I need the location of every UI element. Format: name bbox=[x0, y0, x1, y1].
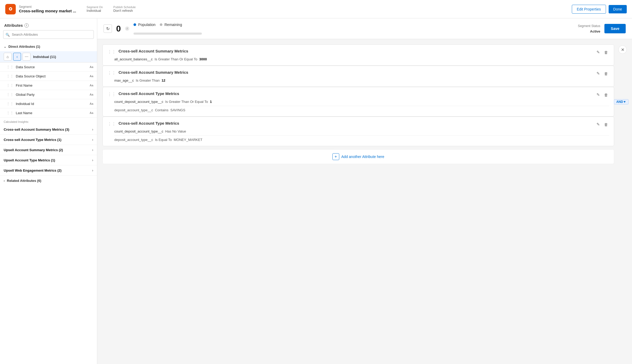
segment-label: Segment bbox=[19, 5, 76, 9]
attribute-item[interactable]: ⋮⋮ Last Name Aa bbox=[0, 108, 97, 118]
direct-attributes-section[interactable]: ⌄ Direct Attributes (1) bbox=[0, 42, 97, 51]
remaining-legend: Remaining bbox=[160, 23, 182, 27]
delete-rule-button[interactable]: 🗑 bbox=[603, 92, 609, 98]
calc-insights-list: Cross-sell Account Summary Metrics (3) ›… bbox=[0, 124, 97, 176]
rule-condition: count_deposit_account_type__c Has No Val… bbox=[114, 129, 609, 133]
calc-insight-item[interactable]: Cross-sell Account Summary Metrics (3) › bbox=[0, 124, 97, 135]
calc-item-label: Upsell Account Type Metrics (1) bbox=[4, 158, 55, 162]
edit-rule-button[interactable]: ✎ bbox=[595, 49, 601, 56]
population-info-icon[interactable]: i bbox=[125, 27, 129, 31]
rules-list: ⋮⋮ Cross-sell Account Summary Metrics ✎ … bbox=[102, 44, 614, 146]
calc-item-label: Cross-sell Account Summary Metrics (3) bbox=[4, 128, 69, 131]
calc-insight-item[interactable]: Upsell Account Summary Metrics (2) › bbox=[0, 145, 97, 155]
delete-rule-button[interactable]: 🗑 bbox=[603, 49, 609, 56]
delete-rule-button[interactable]: 🗑 bbox=[603, 121, 609, 128]
attributes-header: Attributes i bbox=[0, 18, 97, 30]
attributes-info-icon[interactable]: i bbox=[24, 23, 29, 28]
attr-type-icon: Aa bbox=[90, 84, 93, 87]
attribute-list: ⋮⋮ Data Source Aa ⋮⋮ Data Source Object … bbox=[0, 62, 97, 118]
population-dot bbox=[133, 23, 136, 26]
delete-rule-button[interactable]: 🗑 bbox=[603, 70, 609, 77]
attr-type-icon: Aa bbox=[90, 93, 93, 96]
direct-chevron-down-icon: ⌄ bbox=[4, 45, 6, 49]
calc-item-label: Upsell Account Summary Metrics (2) bbox=[4, 148, 63, 152]
attr-name: Data Source bbox=[16, 65, 90, 69]
attr-name: First Name bbox=[16, 83, 90, 87]
population-legend: Population bbox=[133, 23, 156, 27]
search-icon: 🔍 bbox=[6, 33, 10, 36]
individual-nav-row: ⌂ ‹ ⋯ Individual (11) bbox=[0, 51, 97, 62]
publish-label: Publish Schedule bbox=[113, 6, 136, 9]
attr-type-icon: Aa bbox=[90, 75, 93, 78]
drag-handle-icon: ⋮⋮ bbox=[6, 111, 14, 115]
calc-insight-item[interactable]: Cross-sell Account Type Metrics (1) › bbox=[0, 135, 97, 145]
rule-card-header: ⋮⋮ Cross-sell Account Type Metrics ✎ 🗑 bbox=[107, 121, 609, 128]
edit-rule-button[interactable]: ✎ bbox=[595, 121, 601, 128]
edit-rule-button[interactable]: ✎ bbox=[595, 70, 601, 77]
remaining-dot bbox=[160, 23, 162, 26]
calc-insight-item[interactable]: Upsell Account Type Metrics (1) › bbox=[0, 155, 97, 165]
rule-actions: ✎ 🗑 bbox=[595, 70, 609, 77]
attribute-item[interactable]: ⋮⋮ Data Source Aa bbox=[0, 62, 97, 72]
more-icon-button[interactable]: ⋯ bbox=[23, 53, 30, 61]
brand-text: Segment Cross-selling money market ... bbox=[19, 5, 76, 13]
rule-sub-condition: deposit_account_type__c Contains SAVINGS bbox=[114, 106, 609, 112]
rule-card: ⋮⋮ Cross-sell Account Type Metrics ✎ 🗑 c… bbox=[102, 87, 614, 117]
progress-area: ↻ 0 i Population Remaining bbox=[97, 18, 632, 39]
chevron-right-icon: › bbox=[92, 138, 93, 142]
segment-status-label: Segment Status bbox=[578, 24, 600, 28]
rule-card: ⋮⋮ Cross-sell Account Type Metrics ✎ 🗑 c… bbox=[102, 117, 614, 146]
rule-drag-handle-icon: ⋮⋮ bbox=[107, 122, 116, 126]
segment-on-value: Individual bbox=[87, 9, 103, 13]
header-actions: Edit Properties Done bbox=[572, 5, 627, 14]
segment-title: Cross-selling money market ... bbox=[19, 9, 76, 13]
rule-actions: ✎ 🗑 bbox=[595, 91, 609, 98]
main-layout: Attributes i 🔍 ⌄ Direct Attributes (1) ⌂… bbox=[0, 18, 632, 364]
and-badge[interactable]: AND▼ bbox=[614, 99, 629, 104]
calc-insight-item[interactable]: Upsell Web Engagement Metrics (2) › bbox=[0, 165, 97, 176]
rule-title: Cross-sell Account Type Metrics bbox=[119, 121, 593, 125]
attributes-sidebar: Attributes i 🔍 ⌄ Direct Attributes (1) ⌂… bbox=[0, 18, 97, 364]
attr-type-icon: Aa bbox=[90, 102, 93, 105]
edit-rule-button[interactable]: ✎ bbox=[595, 91, 601, 98]
chevron-right-icon: › bbox=[92, 127, 93, 131]
rules-container: ⋮⋮ Cross-sell Account Summary Metrics ✎ … bbox=[102, 44, 614, 164]
save-button[interactable]: Save bbox=[604, 24, 626, 33]
rule-actions: ✎ 🗑 bbox=[595, 121, 609, 128]
drag-handle-icon: ⋮⋮ bbox=[6, 83, 14, 87]
calc-insights-label: Calculated Insights: bbox=[0, 118, 97, 124]
rules-area: ⋮⋮ Cross-sell Account Summary Metrics ✎ … bbox=[97, 39, 632, 169]
app-header: ⭘ Segment Cross-selling money market ...… bbox=[0, 0, 632, 18]
attr-name: Individual Id bbox=[16, 102, 90, 106]
progress-legend: Population Remaining bbox=[133, 23, 574, 35]
home-icon-button[interactable]: ⌂ bbox=[4, 53, 12, 61]
population-count: 0 bbox=[116, 24, 121, 34]
chevron-right-icon: › bbox=[92, 148, 93, 152]
refresh-button[interactable]: ↻ bbox=[104, 24, 112, 33]
drag-handle-icon: ⋮⋮ bbox=[6, 74, 14, 78]
legend-items: Population Remaining bbox=[133, 23, 182, 27]
attribute-item[interactable]: ⋮⋮ Data Source Object Aa bbox=[0, 72, 97, 81]
rule-drag-handle-icon: ⋮⋮ bbox=[107, 92, 116, 97]
rule-drag-handle-icon: ⋮⋮ bbox=[107, 71, 116, 76]
search-input[interactable] bbox=[3, 30, 94, 39]
calc-item-label: Upsell Web Engagement Metrics (2) bbox=[4, 168, 61, 172]
done-button[interactable]: Done bbox=[609, 5, 627, 13]
rule-card-header: ⋮⋮ Cross-sell Account Type Metrics ✎ 🗑 bbox=[107, 91, 609, 98]
edit-properties-button[interactable]: Edit Properties bbox=[572, 5, 606, 14]
rule-card-header: ⋮⋮ Cross-sell Account Summary Metrics ✎ … bbox=[107, 49, 609, 56]
attribute-item[interactable]: ⋮⋮ Global Party Aa bbox=[0, 90, 97, 99]
back-icon-button[interactable]: ‹ bbox=[13, 53, 21, 61]
attribute-item[interactable]: ⋮⋮ First Name Aa bbox=[0, 81, 97, 90]
brand-area: ⭘ Segment Cross-selling money market ... bbox=[5, 4, 76, 14]
rule-condition: count_deposit_account_type__c Is Greater… bbox=[114, 100, 609, 104]
attribute-item[interactable]: ⋮⋮ Individual Id Aa bbox=[0, 99, 97, 108]
rule-title: Cross-sell Account Summary Metrics bbox=[119, 70, 593, 75]
attributes-title: Attributes bbox=[4, 23, 23, 28]
close-panel-button[interactable]: ✕ bbox=[618, 45, 627, 54]
related-attributes-section[interactable]: › Related Attributes (6) bbox=[0, 176, 97, 186]
add-attribute-row[interactable]: + Add another Attribute here bbox=[102, 149, 614, 164]
related-attributes-label: Related Attributes (6) bbox=[7, 179, 41, 183]
attr-name: Last Name bbox=[16, 111, 90, 115]
direct-attributes-label: Direct Attributes (1) bbox=[8, 45, 40, 49]
